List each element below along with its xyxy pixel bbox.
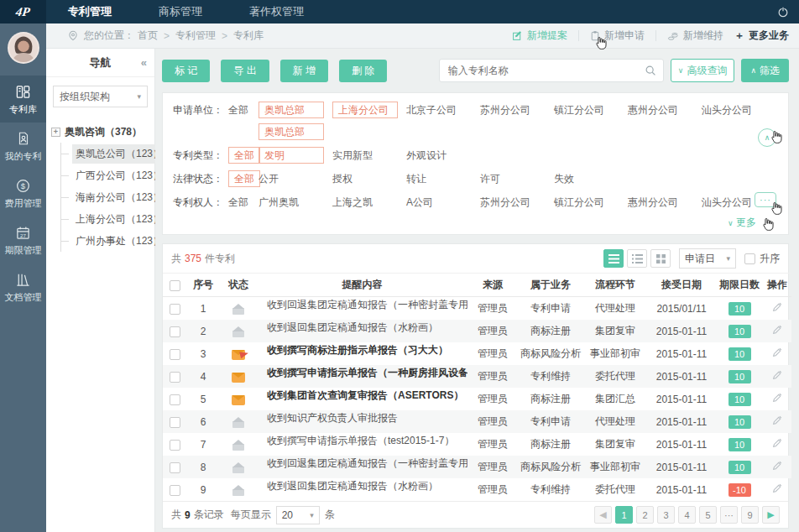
filter-option-all[interactable]: 全部 xyxy=(228,194,258,211)
table-row[interactable]: 7 收到撰写申请指示单报告（test2015-1-7） 管理员 商标注册 集团复… xyxy=(163,433,791,456)
edit-row-icon[interactable] xyxy=(771,415,783,426)
tree-node-shanghai[interactable]: 上海分公司（123） xyxy=(61,208,149,230)
table-row[interactable]: 5 收到集团首次查询复审报告（ASERTORS） 管理员 商标注册 集团汇总 2… xyxy=(163,388,791,410)
filter-option-selected[interactable]: 上海分公司 xyxy=(332,102,406,118)
table-row[interactable]: 1 收到回退集团定稿通知报告（一种密封盖专用拧具 管理员 专利申请 代理处理 2… xyxy=(163,297,791,321)
add-proposal-button[interactable]: 新增提案 xyxy=(512,29,567,43)
table-row[interactable]: 4 收到撰写申请指示单报告（一种厨房排风设备） 管理员 专利维持 委托代理 20… xyxy=(163,365,791,388)
edit-row-icon[interactable] xyxy=(771,482,783,494)
table-row[interactable]: 6 收到知识产权负责人审批报告 管理员 专利申请 代理处理 2015-01-11… xyxy=(163,410,791,433)
edit-row-icon[interactable] xyxy=(771,324,783,336)
next-page-button[interactable]: ▶ xyxy=(762,506,780,524)
edit-row-icon[interactable] xyxy=(771,369,783,381)
search-input[interactable] xyxy=(446,64,645,77)
ascending-checkbox[interactable] xyxy=(744,253,755,264)
more-business-button[interactable]: ＋ 更多业务 xyxy=(734,29,789,43)
filter-option[interactable]: 惠州分公司 xyxy=(628,102,702,118)
add-application-button[interactable]: 新增申请 xyxy=(590,29,645,43)
page-button[interactable]: 1 xyxy=(615,506,633,524)
filter-option-all-selected[interactable]: 全部 xyxy=(228,170,258,187)
table-row[interactable]: 9 收到退回集团定稿通知报告（水粉画） 管理员 专利维持 委托代理 2015-0… xyxy=(163,478,791,501)
edit-row-icon[interactable] xyxy=(771,460,783,472)
edit-row-icon[interactable] xyxy=(771,347,783,358)
page-button[interactable]: 9 xyxy=(741,506,759,524)
sidebar-item-deadline-management[interactable]: 27 期限管理 xyxy=(0,216,46,263)
page-button[interactable]: 4 xyxy=(678,506,696,524)
sidebar-item-patent-library[interactable]: 专利库 xyxy=(0,76,46,123)
filter-option[interactable]: 北京子公司 xyxy=(406,102,480,118)
sort-field-select[interactable]: 申请日 ▾ xyxy=(679,248,736,269)
filter-option[interactable]: 失效 xyxy=(554,170,628,187)
mark-button[interactable]: 标 记 xyxy=(162,60,210,82)
filter-option-selected[interactable]: 奥凯总部 xyxy=(258,123,332,140)
list-view-button[interactable] xyxy=(603,249,624,268)
breadcrumb-patent-library[interactable]: 专利库 xyxy=(233,29,264,43)
add-maintenance-button[interactable]: 新增维持 xyxy=(667,29,723,43)
filter-option-selected[interactable]: 发明 xyxy=(258,147,332,164)
per-page-select[interactable]: 20 ▾ xyxy=(276,506,320,524)
filter-option[interactable]: 苏州分公司 xyxy=(480,102,554,118)
filter-option[interactable]: 苏州分公司 xyxy=(480,194,554,211)
row-checkbox[interactable] xyxy=(170,462,180,473)
search-icon[interactable] xyxy=(645,65,656,76)
export-button[interactable]: 导 出 xyxy=(221,60,269,82)
filter-option[interactable]: 汕头分公司 xyxy=(702,102,776,118)
filter-button[interactable]: ∧ 筛选 xyxy=(741,59,789,82)
table-row[interactable]: 8 收到回退集团定稿通知报告（一种密封盖专用拧具 管理员 商标风险分析 事业部初… xyxy=(163,456,791,478)
filter-option[interactable]: 上海之凯 xyxy=(332,194,406,211)
row-checkbox[interactable] xyxy=(170,485,180,496)
tree-node-guangzhou-office[interactable]: 广州办事处（123） xyxy=(61,230,149,252)
filter-option[interactable]: 许可 xyxy=(480,170,554,187)
filter-option[interactable]: 实用新型 xyxy=(332,147,406,164)
row-checkbox[interactable] xyxy=(170,349,180,360)
more-filters-link[interactable]: ∨ 更多 xyxy=(728,216,756,228)
breadcrumb-patent-management[interactable]: 专利管理 xyxy=(175,29,216,43)
edit-row-icon[interactable] xyxy=(771,437,783,449)
tree-node-hainan[interactable]: 海南分公司（123） xyxy=(61,186,149,208)
filter-option[interactable]: 镇江分公司 xyxy=(554,102,628,118)
prev-page-button[interactable]: ◀ xyxy=(594,506,612,524)
detail-view-button[interactable] xyxy=(627,249,647,268)
org-structure-select[interactable]: 按组织架构 ▾ xyxy=(53,86,148,107)
filter-option-all-selected[interactable]: 全部 xyxy=(228,147,258,164)
tree-expand-icon[interactable]: + xyxy=(51,128,60,137)
row-checkbox[interactable] xyxy=(170,440,180,451)
edit-row-icon[interactable] xyxy=(771,392,783,404)
row-checkbox[interactable] xyxy=(170,326,180,337)
row-checkbox[interactable] xyxy=(170,394,180,405)
edit-row-icon[interactable] xyxy=(771,301,783,313)
tab-copyright-management[interactable]: 著作权管理 xyxy=(249,0,304,23)
row-checkbox[interactable] xyxy=(170,304,180,315)
filter-collapse-button[interactable]: ∧ xyxy=(758,128,776,147)
avatar[interactable] xyxy=(8,32,39,64)
filter-option[interactable]: 外观设计 xyxy=(406,147,480,164)
sidebar-item-fee-management[interactable]: $ 费用管理 xyxy=(0,170,46,216)
filter-option[interactable]: 广州奥凯 xyxy=(258,194,332,211)
app-logo[interactable]: 4P xyxy=(0,0,46,23)
add-button[interactable]: 新 增 xyxy=(280,60,328,82)
select-all-checkbox[interactable] xyxy=(170,280,180,291)
filter-option[interactable]: 镇江分公司 xyxy=(554,194,628,211)
filter-option-all[interactable]: 全部 xyxy=(228,102,258,118)
tree-node-guangxi[interactable]: 广西分公司（123） xyxy=(61,164,149,186)
advanced-query-button[interactable]: ∨ 高级查询 xyxy=(671,59,735,82)
breadcrumb-home[interactable]: 首页 xyxy=(138,29,158,43)
grid-view-button[interactable] xyxy=(650,249,671,268)
filter-option-selected[interactable]: 奥凯总部 xyxy=(258,102,332,118)
filter-option[interactable]: 授权 xyxy=(332,170,406,187)
tree-root-node[interactable]: + 奥凯咨询（378） xyxy=(51,121,149,143)
page-button[interactable]: 5 xyxy=(699,506,717,524)
delete-button[interactable]: 删 除 xyxy=(339,60,387,82)
row-checkbox[interactable] xyxy=(170,372,180,383)
tab-patent-management[interactable]: 专利管理 xyxy=(68,0,112,23)
tab-trademark-management[interactable]: 商标管理 xyxy=(159,0,202,23)
table-row[interactable]: 3 收到撰写商标注册指示单报告（习大大） 管理员 商标风险分析 事业部初审 20… xyxy=(163,342,791,365)
filter-option[interactable]: 惠州分公司 xyxy=(628,194,702,211)
filter-option[interactable]: 公开 xyxy=(258,170,332,187)
page-button[interactable]: 2 xyxy=(636,506,654,524)
power-icon[interactable] xyxy=(777,6,789,18)
tree-node-aokai-hq[interactable]: 奥凯总公司（123） xyxy=(61,143,149,164)
filter-option[interactable]: A公司 xyxy=(406,194,480,211)
page-button[interactable]: 3 xyxy=(657,506,675,524)
table-row[interactable]: 2 收到退回集团定稿通知报告（水粉画） 管理员 商标注册 集团复审 2015-0… xyxy=(163,320,791,342)
